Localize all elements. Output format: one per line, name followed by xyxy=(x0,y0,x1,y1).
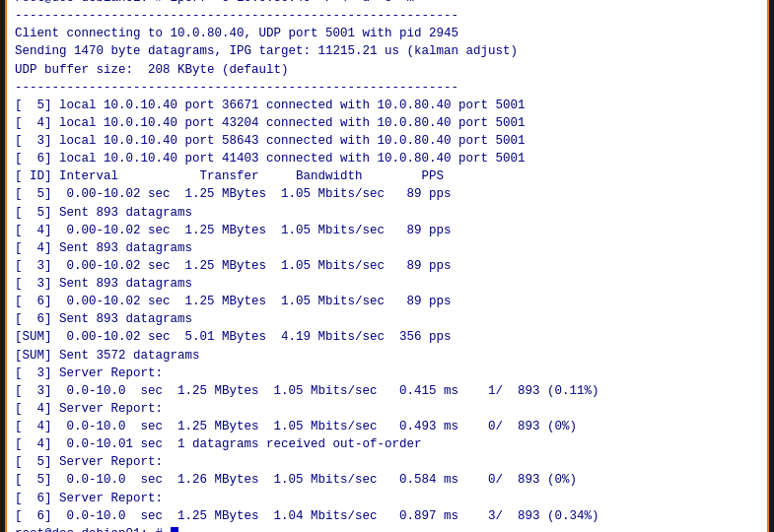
terminal-line: [ 5] Sent 893 datagrams xyxy=(15,204,759,222)
terminal-line: ----------------------------------------… xyxy=(15,79,759,97)
terminal-line: [SUM] 0.00-10.02 sec 5.01 MBytes 4.19 Mb… xyxy=(15,328,759,346)
terminal-line: [ 4] Sent 893 datagrams xyxy=(15,239,759,257)
terminal-line: [ 6] local 10.0.10.40 port 41403 connect… xyxy=(15,150,759,167)
terminal-line: [ 4] Server Report: xyxy=(15,400,759,418)
terminal-line: [ 6] 0.0-10.0 sec 1.25 MBytes 1.04 Mbits… xyxy=(15,507,759,525)
terminal-line: [ 5] Server Report: xyxy=(15,453,759,471)
terminal-line: [ 5] local 10.0.10.40 port 36671 connect… xyxy=(15,97,759,114)
terminal-line: [SUM] Sent 3572 datagrams xyxy=(15,347,759,365)
terminal-line: [ 6] 0.00-10.02 sec 1.25 MBytes 1.05 Mbi… xyxy=(15,293,759,310)
terminal-line: ----------------------------------------… xyxy=(15,7,759,25)
terminal-line: [ 3] Server Report: xyxy=(15,365,759,382)
terminal-line: [ 3] local 10.0.10.40 port 58643 connect… xyxy=(15,132,759,150)
terminal-line: [ 3] Sent 893 datagrams xyxy=(15,275,759,293)
terminal-line: [ 5] 0.0-10.0 sec 1.26 MBytes 1.05 Mbits… xyxy=(15,471,759,489)
terminal-window: root@doc-debian01:~# iperf -c 10.0.80.40… xyxy=(5,0,769,532)
terminal-content: root@doc-debian01:~# iperf -c 10.0.80.40… xyxy=(15,0,759,532)
terminal-line: UDP buffer size: 208 KByte (default) xyxy=(15,61,759,79)
terminal-line: [ 4] 0.0-10.01 sec 1 datagrams received … xyxy=(15,435,759,453)
terminal-line: root@doc-debian01:~# xyxy=(15,525,759,532)
terminal-line: [ 3] 0.00-10.02 sec 1.25 MBytes 1.05 Mbi… xyxy=(15,257,759,275)
terminal-line: [ 6] Sent 893 datagrams xyxy=(15,310,759,328)
terminal-line: Sending 1470 byte datagrams, IPG target:… xyxy=(15,42,759,60)
terminal-cursor xyxy=(171,527,178,532)
terminal-line: [ 4] 0.00-10.02 sec 1.25 MBytes 1.05 Mbi… xyxy=(15,222,759,239)
terminal-line: [ 6] Server Report: xyxy=(15,490,759,507)
terminal-line: root@doc-debian01:~# iperf -c 10.0.80.40… xyxy=(15,0,759,7)
terminal-line: [ 5] 0.00-10.02 sec 1.25 MBytes 1.05 Mbi… xyxy=(15,185,759,203)
terminal-line: [ 4] 0.0-10.0 sec 1.25 MBytes 1.05 Mbits… xyxy=(15,418,759,435)
terminal-line: [ 4] local 10.0.10.40 port 43204 connect… xyxy=(15,114,759,132)
terminal-line: [ 3] 0.0-10.0 sec 1.25 MBytes 1.05 Mbits… xyxy=(15,382,759,400)
terminal-line: [ ID] Interval Transfer Bandwidth PPS xyxy=(15,167,759,185)
terminal-line: Client connecting to 10.0.80.40, UDP por… xyxy=(15,25,759,42)
